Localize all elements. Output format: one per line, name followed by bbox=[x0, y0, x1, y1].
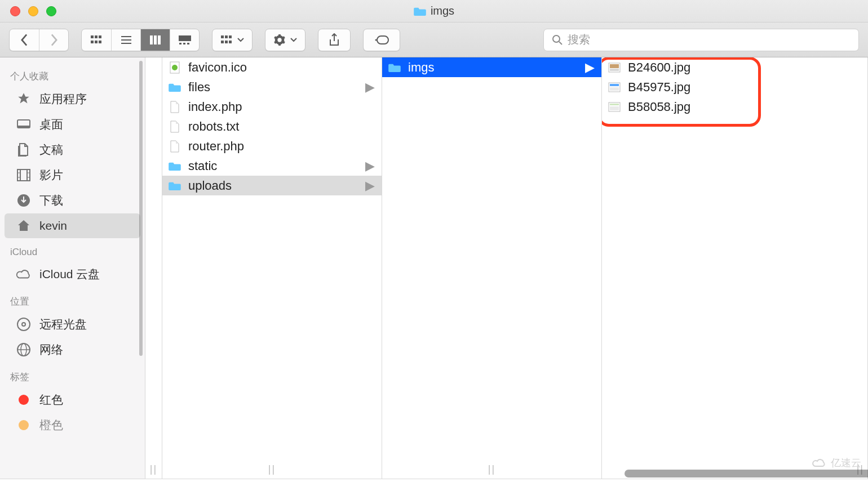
sidebar-item-remote-disc[interactable]: 远程光盘 bbox=[5, 312, 140, 337]
horizontal-scrollbar[interactable] bbox=[625, 470, 868, 477]
finder-window: imgs bbox=[0, 0, 868, 491]
folder-icon bbox=[414, 6, 426, 16]
image-file-icon bbox=[608, 101, 621, 113]
sidebar-tag-red[interactable]: 红色 bbox=[5, 387, 140, 412]
file-row[interactable]: B45975.jpg bbox=[602, 77, 867, 97]
svg-point-36 bbox=[17, 318, 30, 331]
svg-point-42 bbox=[172, 65, 178, 70]
cloud-icon bbox=[16, 266, 32, 282]
file-row[interactable]: robots.txt bbox=[162, 117, 382, 136]
folder-icon bbox=[168, 160, 181, 172]
svg-rect-2 bbox=[99, 35, 101, 38]
action-menu-button[interactable] bbox=[265, 29, 305, 51]
svg-rect-1 bbox=[95, 35, 98, 38]
sidebar-item-desktop[interactable]: 桌面 bbox=[5, 112, 140, 137]
group-by-button[interactable] bbox=[212, 29, 253, 51]
folder-row[interactable]: files ▶ bbox=[162, 77, 382, 97]
bottom-bar bbox=[0, 479, 868, 491]
sidebar-item-documents[interactable]: 文稿 bbox=[5, 137, 140, 162]
svg-rect-48 bbox=[610, 87, 619, 91]
view-column-button[interactable] bbox=[140, 29, 170, 51]
column-3: B24600.jpg B45975.jpg B58058.jpg || bbox=[602, 57, 868, 479]
search-field[interactable] bbox=[543, 29, 859, 51]
svg-rect-11 bbox=[158, 35, 161, 44]
zoom-window-button[interactable] bbox=[46, 6, 56, 16]
svg-rect-20 bbox=[225, 41, 228, 43]
file-name: index.php bbox=[188, 100, 242, 114]
svg-rect-51 bbox=[610, 106, 619, 110]
folder-row-selected[interactable]: uploads ▶ bbox=[162, 176, 382, 195]
svg-rect-47 bbox=[610, 84, 619, 86]
svg-rect-5 bbox=[99, 41, 101, 43]
file-row[interactable]: favicon.ico bbox=[162, 57, 382, 77]
sidebar-item-home[interactable]: kevin bbox=[5, 213, 140, 238]
tag-dot-icon bbox=[16, 392, 32, 408]
file-row[interactable]: index.php bbox=[162, 97, 382, 117]
svg-rect-17 bbox=[225, 35, 228, 38]
titlebar: imgs bbox=[0, 0, 868, 23]
chevron-right-icon: ▶ bbox=[365, 178, 375, 193]
folder-row-selected[interactable]: imgs ▶ bbox=[382, 57, 601, 77]
chevron-right-icon: ▶ bbox=[365, 80, 375, 95]
column-1: favicon.ico files ▶ index.php robots.txt bbox=[162, 57, 382, 479]
sidebar-item-label: 影片 bbox=[39, 167, 63, 183]
view-list-button[interactable] bbox=[111, 29, 140, 51]
view-gallery-button[interactable] bbox=[170, 29, 199, 51]
chevron-right-icon: ▶ bbox=[365, 159, 375, 173]
column-view: || favicon.ico files ▶ index.php bbox=[145, 57, 868, 479]
column-2: imgs ▶ || bbox=[382, 57, 602, 479]
svg-rect-28 bbox=[17, 169, 30, 181]
svg-rect-0 bbox=[91, 35, 94, 38]
image-file-icon bbox=[608, 61, 621, 74]
back-button[interactable] bbox=[10, 29, 39, 51]
svg-rect-12 bbox=[179, 35, 191, 41]
svg-rect-19 bbox=[221, 41, 224, 43]
view-icon-button[interactable] bbox=[82, 29, 111, 51]
sidebar-item-network[interactable]: 网络 bbox=[5, 337, 140, 362]
file-name: favicon.ico bbox=[188, 60, 247, 75]
sidebar-item-downloads[interactable]: 下载 bbox=[5, 188, 140, 213]
share-button[interactable] bbox=[318, 29, 351, 51]
svg-point-24 bbox=[553, 35, 560, 42]
column-resize-handle[interactable]: || bbox=[488, 463, 495, 475]
sidebar-item-movies[interactable]: 影片 bbox=[5, 163, 140, 188]
sidebar-tag-orange[interactable]: 橙色 bbox=[5, 413, 140, 438]
folder-icon bbox=[168, 81, 181, 93]
file-name: B45975.jpg bbox=[628, 80, 690, 95]
window-title: imgs bbox=[431, 5, 454, 17]
column-resize-handle[interactable]: || bbox=[150, 463, 157, 475]
sidebar-scrollbar[interactable] bbox=[139, 61, 143, 356]
file-name: static bbox=[188, 159, 217, 173]
svg-rect-45 bbox=[610, 69, 619, 71]
file-row[interactable]: B58058.jpg bbox=[602, 97, 867, 117]
body: 个人收藏 应用程序 桌面 文稿 影片 下载 bbox=[0, 57, 868, 479]
ico-file-icon bbox=[168, 61, 181, 74]
chevron-right-icon: ▶ bbox=[585, 60, 595, 75]
folder-row[interactable]: static ▶ bbox=[162, 156, 382, 176]
svg-point-23 bbox=[375, 39, 377, 41]
close-window-button[interactable] bbox=[10, 6, 20, 16]
tags-button[interactable] bbox=[363, 29, 400, 51]
svg-rect-14 bbox=[183, 43, 185, 44]
file-row[interactable]: B24600.jpg bbox=[602, 57, 867, 77]
file-name: uploads bbox=[188, 178, 232, 193]
file-name: imgs bbox=[408, 60, 434, 75]
minimize-window-button[interactable] bbox=[28, 6, 38, 16]
sidebar-item-label: iCloud 云盘 bbox=[39, 266, 100, 282]
view-mode-segment bbox=[81, 29, 200, 51]
forward-button[interactable] bbox=[39, 29, 68, 51]
image-file-icon bbox=[608, 81, 621, 93]
movies-icon bbox=[16, 167, 32, 183]
watermark: 亿速云 bbox=[812, 456, 861, 470]
sidebar-item-applications[interactable]: 应用程序 bbox=[5, 87, 140, 111]
tag-dot-icon bbox=[16, 417, 32, 433]
file-row[interactable]: router.php bbox=[162, 136, 382, 156]
sidebar-item-label: 红色 bbox=[39, 392, 63, 408]
file-icon bbox=[168, 120, 181, 133]
sidebar-item-icloud-drive[interactable]: iCloud 云盘 bbox=[5, 262, 140, 287]
search-input[interactable] bbox=[568, 33, 851, 46]
column-resize-handle[interactable]: || bbox=[268, 463, 276, 475]
sidebar-section-favorites: 个人收藏 bbox=[0, 62, 145, 86]
svg-rect-27 bbox=[17, 126, 30, 128]
sidebar-item-label: kevin bbox=[39, 219, 67, 233]
